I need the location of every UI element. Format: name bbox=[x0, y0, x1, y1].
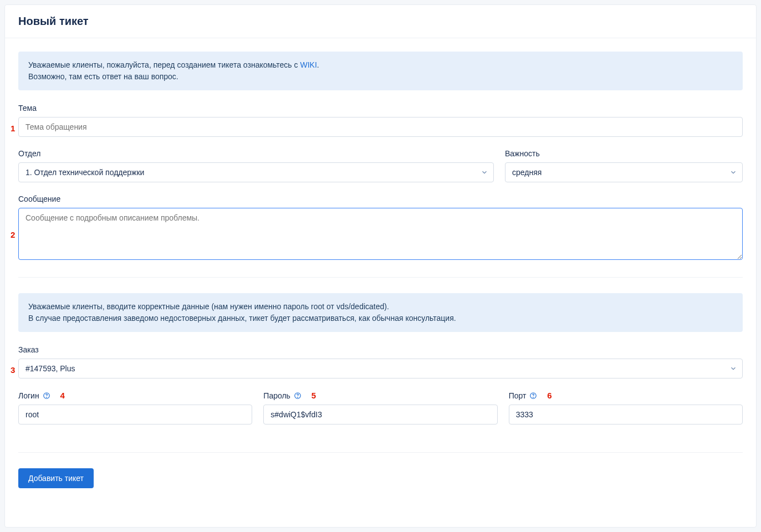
help-icon[interactable] bbox=[294, 392, 302, 400]
page-title: Новый тикет bbox=[18, 15, 743, 28]
info-text: Уважаемые клиенты, пожалуйста, перед соз… bbox=[28, 60, 300, 69]
info-box-wiki: Уважаемые клиенты, пожалуйста, перед соз… bbox=[18, 52, 743, 90]
annotation-3: 3 bbox=[11, 365, 15, 375]
login-label: Логин bbox=[18, 391, 39, 400]
svg-point-5 bbox=[533, 397, 534, 398]
department-select[interactable]: 1. Отдел технической поддержки bbox=[18, 162, 494, 182]
port-input[interactable] bbox=[509, 405, 743, 424]
department-label: Отдел bbox=[18, 149, 494, 158]
subject-input[interactable] bbox=[18, 117, 743, 137]
info-box-creds: Уважаемые клиенты, вводите корректные да… bbox=[18, 293, 743, 332]
field-subject: 1 Тема bbox=[18, 104, 743, 137]
message-label: Сообщение bbox=[18, 195, 743, 203]
svg-point-1 bbox=[46, 397, 47, 398]
field-message: 2 Сообщение bbox=[18, 195, 743, 262]
submit-button[interactable]: Добавить тикет bbox=[18, 468, 94, 488]
submit-row: Добавить тикет bbox=[18, 468, 743, 488]
annotation-6: 6 bbox=[547, 391, 551, 400]
priority-label: Важность bbox=[505, 149, 743, 158]
info-text: . bbox=[317, 60, 319, 69]
priority-value: средняя bbox=[505, 162, 743, 182]
order-value: #147593, Plus bbox=[18, 359, 743, 378]
help-icon[interactable] bbox=[529, 392, 537, 400]
annotation-4: 4 bbox=[60, 391, 64, 400]
page-content: Уважаемые клиенты, пожалуйста, перед соз… bbox=[5, 38, 756, 502]
order-select[interactable]: #147593, Plus bbox=[18, 359, 743, 378]
svg-point-3 bbox=[298, 397, 298, 398]
password-label: Пароль bbox=[263, 391, 290, 400]
help-icon[interactable] bbox=[43, 392, 50, 400]
annotation-5: 5 bbox=[311, 391, 316, 400]
message-textarea[interactable] bbox=[18, 208, 743, 260]
port-label: Порт bbox=[509, 391, 527, 400]
subject-label: Тема bbox=[18, 104, 743, 112]
priority-select[interactable]: средняя bbox=[505, 162, 743, 182]
field-priority: Важность средняя bbox=[505, 149, 743, 182]
login-input[interactable] bbox=[18, 405, 252, 424]
page-header: Новый тикет bbox=[5, 5, 756, 38]
info-text: Возможно, там есть ответ на ваш вопрос. bbox=[28, 71, 733, 83]
field-password: Пароль 5 bbox=[263, 391, 497, 424]
info-text: В случае предоставления заведомо недосто… bbox=[28, 313, 733, 324]
divider bbox=[18, 452, 743, 453]
field-order: 3 Заказ #147593, Plus bbox=[18, 345, 743, 378]
annotation-1: 1 bbox=[11, 124, 15, 133]
order-label: Заказ bbox=[18, 345, 743, 354]
department-value: 1. Отдел технической поддержки bbox=[18, 162, 494, 182]
annotation-2: 2 bbox=[11, 230, 15, 239]
field-department: Отдел 1. Отдел технической поддержки bbox=[18, 149, 494, 182]
new-ticket-page: Новый тикет Уважаемые клиенты, пожалуйст… bbox=[4, 4, 757, 528]
field-login: Логин 4 bbox=[18, 391, 252, 424]
field-port: Порт 6 bbox=[509, 391, 743, 424]
divider bbox=[18, 277, 743, 278]
info-text: Уважаемые клиенты, вводите корректные да… bbox=[28, 301, 733, 313]
wiki-link[interactable]: WIKI bbox=[300, 60, 316, 69]
password-input[interactable] bbox=[263, 405, 497, 424]
